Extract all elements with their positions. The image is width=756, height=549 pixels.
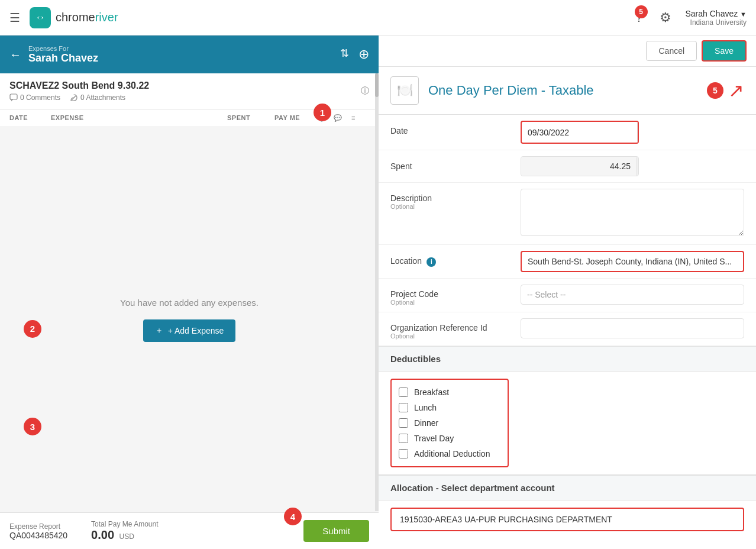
breakfast-checkbox[interactable] [399,387,408,397]
main-layout: ← Expenses For Sarah Chavez ⇅ ⊕ SCHAVEZ2… [0,35,756,549]
deductibles-checkbox-group: Breakfast Lunch Dinner Travel Day [390,379,509,467]
checkbox-travel-day: Travel Day [399,431,500,446]
additional-deduction-label[interactable]: Additional Deduction [414,449,490,458]
location-input[interactable] [521,251,744,272]
callout-badge-2: 2 [24,320,41,338]
col-comment: 💬 [334,114,351,122]
dinner-checkbox[interactable] [399,418,408,428]
add-icon[interactable]: ⊕ [358,47,369,62]
notification-badge: 5 [635,5,648,18]
right-header: Cancel Save [379,35,756,67]
callout-4-container: 4 [284,508,302,525]
report-meta: 0 Comments 0 Attachments [9,93,149,102]
expense-report-info: Expense Report QA0043485420 [9,522,67,540]
travel-day-label[interactable]: Travel Day [414,434,454,443]
date-input[interactable] [522,123,637,142]
logo-icon [30,7,51,28]
col-pay-me: PAY ME [274,114,316,122]
expense-report-label: Expense Report [9,522,67,531]
callout-3-container: 3 [24,418,41,435]
org-ref-input[interactable] [521,318,744,338]
user-menu[interactable]: Sarah Chavez ▼ Indiana University [686,9,747,27]
breakfast-label[interactable]: Breakfast [414,387,449,397]
org-ref-optional: Optional [390,332,521,340]
report-title: SCHAVEZ2 South Bend 9.30.22 [9,80,149,91]
location-row: Location i [379,245,756,279]
lunch-checkbox[interactable] [399,403,408,412]
callout-2-container: 2 [24,320,41,338]
date-label-col: Date [390,121,521,136]
callout-badge-1: 1 [314,104,331,121]
additional-deduction-checkbox[interactable] [399,449,408,458]
allocation-input[interactable] [390,508,744,531]
attachments-count: 0 Attachments [70,93,125,102]
org-ref-label: Organization Reference Id [390,323,521,332]
checkbox-dinner: Dinner [399,415,500,431]
description-row: Description Optional [379,183,756,245]
add-expense-button[interactable]: ＋ + Add Expense [143,319,236,342]
deductibles-body: Breakfast Lunch Dinner Travel Day [379,372,756,475]
report-info-icon[interactable]: ⓘ [361,86,369,96]
form-body: Date 📅 Spent USD [379,115,756,538]
svg-point-1 [38,16,42,20]
settings-icon[interactable]: ⚙ [660,10,671,25]
sort-icon[interactable]: ⇅ [340,47,349,62]
description-label: Description [390,193,521,203]
calendar-icon[interactable]: 📅 [637,122,639,143]
date-label: Date [390,126,408,135]
org-ref-control-col [521,318,744,338]
checkbox-lunch: Lunch [399,400,500,415]
location-info-icon[interactable]: i [427,257,436,267]
description-textarea[interactable] [521,189,744,236]
comments-count: 0 Comments [9,93,60,102]
col-expense: EXPENSE [51,114,227,122]
total-amount-display: 0.00 USD [91,528,158,542]
description-label-col: Description Optional [390,189,521,210]
col-spent: SPENT [227,114,274,122]
total-amount-value: 0.00 [91,528,114,541]
description-optional: Optional [390,203,521,210]
callout-badge-5: 5 [707,82,723,99]
travel-day-checkbox[interactable] [399,434,408,443]
project-code-optional: Optional [390,299,521,306]
scroll-bar[interactable] [375,73,379,511]
location-label-col: Location i [390,251,521,267]
callout-1-container: 1 [314,104,331,121]
col-settings: ≡ [351,114,369,122]
checkbox-additional-deduction: Additional Deduction [399,446,500,461]
location-control-col [521,251,744,272]
project-code-select[interactable]: -- Select -- [521,285,744,305]
empty-message: You have not added any expenses. [120,298,259,308]
right-panel: Cancel Save 🍽️ One Day Per Diem - Taxabl… [379,35,756,549]
header-title-area: Expenses For Sarah Chavez [28,45,333,64]
location-label: Location [390,256,422,266]
expense-type-name: One Day Per Diem - Taxable [428,83,594,98]
user-name: Sarah Chavez ▼ [686,9,747,18]
left-panel-header: ← Expenses For Sarah Chavez ⇅ ⊕ [0,35,379,73]
add-expense-label: + Add Expense [168,326,224,335]
spent-input[interactable] [521,157,637,176]
logo-text: chromeriver [56,11,118,24]
deductibles-header: Deductibles [379,346,756,372]
dinner-label[interactable]: Dinner [414,418,438,428]
expense-type-header: 🍽️ One Day Per Diem - Taxable 5 ↗ [379,67,756,115]
currency-tag: USD [637,157,639,176]
notifications-button[interactable]: ? 5 [635,10,642,25]
total-amount-info: Total Pay Me Amount 0.00 USD [91,520,158,542]
top-navigation: ☰ chromeriver ? 5 ⚙ Sarah Chavez ▼ India… [0,0,756,35]
expense-type-icon-box: 🍽️ [390,76,419,105]
user-org: Indiana University [690,18,747,27]
cancel-button[interactable]: Cancel [646,41,697,61]
header-icons: ⇅ ⊕ [340,47,369,62]
back-button[interactable]: ← [9,48,21,62]
project-code-label: Project Code [390,289,521,299]
lunch-label[interactable]: Lunch [414,403,437,412]
hamburger-menu-icon[interactable]: ☰ [9,11,20,25]
header-subtitle: Expenses For [28,45,333,52]
project-code-label-col: Project Code Optional [390,285,521,306]
callout-badge-4: 4 [284,508,302,525]
submit-button[interactable]: Submit [303,520,369,542]
save-button[interactable]: Save [702,40,747,62]
spent-input-wrapper: USD [521,156,639,176]
total-label: Total Pay Me Amount [91,520,158,528]
